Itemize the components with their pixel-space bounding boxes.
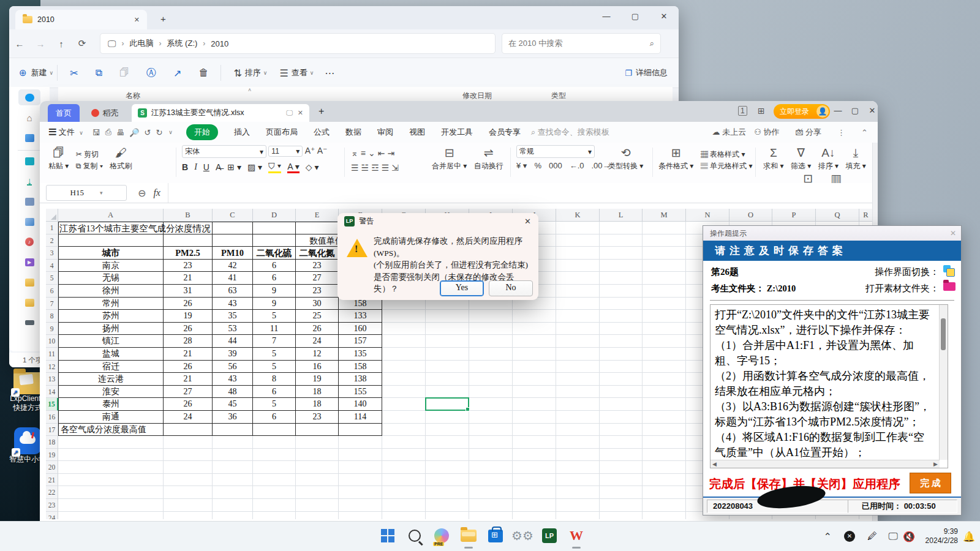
sidebar-item-pictures[interactable] bbox=[18, 214, 40, 230]
sidebar-item-folder2[interactable] bbox=[18, 294, 40, 310]
cell-H23[interactable] bbox=[426, 499, 469, 512]
row-header-19[interactable]: 19 bbox=[46, 449, 58, 462]
more-menu-icon[interactable]: ⋮ bbox=[837, 128, 845, 137]
merge-center-button[interactable]: ⊟合并居中 ▾ bbox=[432, 145, 467, 171]
cell-B16[interactable]: 24 bbox=[164, 411, 213, 424]
cell-D19[interactable] bbox=[253, 449, 296, 462]
cell-A11[interactable]: 盐城 bbox=[58, 348, 164, 361]
sidebar-item-gallery[interactable] bbox=[18, 130, 40, 146]
cell-H19[interactable] bbox=[426, 449, 469, 462]
increase-decimal-icon[interactable]: ←.0 bbox=[570, 161, 584, 170]
menu-file[interactable]: ☰ 文件 ∨ bbox=[48, 127, 83, 138]
increase-indent-icon[interactable]: ⇥ bbox=[387, 148, 397, 158]
single-window-icon[interactable]: 1 bbox=[738, 106, 747, 116]
cell-F19[interactable] bbox=[339, 449, 382, 462]
cell-F18[interactable] bbox=[339, 436, 382, 449]
cell-C3[interactable]: PM10 bbox=[213, 247, 253, 260]
cell-J19[interactable] bbox=[513, 449, 556, 462]
cell-L24[interactable] bbox=[600, 512, 643, 519]
cell-M22[interactable] bbox=[643, 486, 686, 499]
cell-L19[interactable] bbox=[600, 449, 643, 462]
cell-K3[interactable] bbox=[556, 247, 600, 260]
cell-K15[interactable] bbox=[556, 398, 600, 411]
cell-K21[interactable] bbox=[556, 474, 600, 487]
cell-I20[interactable] bbox=[469, 461, 513, 474]
row-header-17[interactable]: 17 bbox=[46, 424, 58, 437]
cell-G15[interactable] bbox=[382, 398, 426, 411]
cell-H10[interactable] bbox=[426, 335, 469, 348]
cell-M19[interactable] bbox=[643, 449, 686, 462]
cell-B20[interactable] bbox=[164, 461, 213, 474]
scrollbar-thumb[interactable] bbox=[941, 318, 946, 350]
details-button[interactable]: ❐ 详细信息 bbox=[625, 67, 668, 78]
login-button[interactable]: 立即登录👤 bbox=[774, 104, 830, 119]
sidebar-item-home[interactable]: ⌂ bbox=[18, 110, 40, 126]
row-header-6[interactable]: 6 bbox=[46, 285, 58, 298]
col-header-R[interactable]: R bbox=[859, 209, 873, 222]
row-header-16[interactable]: 16 bbox=[46, 411, 58, 424]
more-button[interactable]: ⋯ bbox=[325, 67, 334, 79]
cell-I16[interactable] bbox=[469, 411, 513, 424]
cell-E22[interactable] bbox=[296, 486, 339, 499]
breadcrumb-this-pc[interactable]: 此电脑 bbox=[130, 38, 154, 49]
cell-G11[interactable] bbox=[382, 348, 426, 361]
new-tab-button[interactable]: + bbox=[160, 13, 166, 24]
cell-A15[interactable]: 泰州 bbox=[58, 398, 164, 411]
cell-B17[interactable] bbox=[164, 424, 213, 437]
cell-J14[interactable] bbox=[513, 386, 556, 399]
bold-icon[interactable]: B bbox=[182, 162, 188, 172]
cell-A5[interactable]: 无锡 bbox=[58, 272, 164, 285]
cell-M12[interactable] bbox=[643, 361, 686, 373]
taskbar-search-button[interactable] bbox=[405, 527, 424, 545]
cell-H13[interactable] bbox=[426, 373, 469, 386]
cell-E20[interactable] bbox=[296, 461, 339, 474]
share-button[interactable]: 🖄 分享 bbox=[795, 127, 821, 138]
cell-G24[interactable] bbox=[382, 512, 426, 519]
cell-G14[interactable] bbox=[382, 386, 426, 399]
font-name-select[interactable]: 宋体▾ bbox=[182, 145, 266, 158]
cell-I23[interactable] bbox=[469, 499, 513, 512]
cell-B7[interactable]: 26 bbox=[164, 298, 213, 310]
cell-K12[interactable] bbox=[556, 361, 600, 373]
cell-F12[interactable]: 158 bbox=[339, 361, 382, 373]
row-header-21[interactable]: 21 bbox=[46, 474, 58, 487]
cell-H12[interactable] bbox=[426, 361, 469, 373]
copilot-button[interactable]: PRE bbox=[432, 527, 451, 545]
cell-I15[interactable] bbox=[469, 398, 513, 411]
sort-button[interactable]: 排序 bbox=[245, 67, 261, 78]
cell-E17[interactable] bbox=[296, 424, 339, 437]
cell-K11[interactable] bbox=[556, 348, 600, 361]
name-box[interactable]: H15▾ bbox=[46, 185, 127, 201]
draw-border-icon[interactable]: ▨ ▾ bbox=[247, 162, 262, 172]
align-right-icon[interactable]: ☲ bbox=[371, 163, 382, 173]
cell-B15[interactable]: 26 bbox=[164, 398, 213, 411]
cell-H16[interactable] bbox=[426, 411, 469, 424]
dialog-close-icon[interactable]: ✕ bbox=[524, 217, 531, 226]
col-header-E[interactable]: E bbox=[296, 209, 339, 222]
explorer-tab[interactable]: 2010 ✕ bbox=[15, 10, 147, 29]
cell-K5[interactable] bbox=[556, 272, 600, 285]
tray-expand-button[interactable]: ⌃ bbox=[824, 522, 832, 551]
cell-D15[interactable]: 5 bbox=[253, 398, 296, 411]
new-button[interactable]: 新建 bbox=[31, 67, 47, 78]
cell-D24[interactable] bbox=[253, 512, 296, 519]
up-icon[interactable]: ↑ bbox=[51, 39, 72, 49]
cell-style-button[interactable]: ▤ 单元格样式 ▾ bbox=[701, 160, 753, 172]
font-color-icon[interactable]: A ▾ bbox=[287, 162, 299, 173]
cell-C1[interactable] bbox=[213, 222, 253, 234]
cell-E18[interactable] bbox=[296, 436, 339, 449]
cell-L6[interactable] bbox=[600, 285, 643, 298]
cell-I11[interactable] bbox=[469, 348, 513, 361]
cell-M4[interactable] bbox=[643, 260, 686, 272]
sort-button[interactable]: A↓排序 ▾ bbox=[818, 145, 839, 171]
cell-L11[interactable] bbox=[600, 348, 643, 361]
cell-C5[interactable]: 41 bbox=[213, 272, 253, 285]
cell-C6[interactable]: 63 bbox=[213, 285, 253, 298]
pen-input-icon[interactable]: 🖉 bbox=[867, 522, 877, 551]
cell-C12[interactable]: 56 bbox=[213, 361, 253, 373]
cell-D1[interactable] bbox=[253, 222, 296, 234]
export-icon[interactable]: ⎙ bbox=[105, 127, 111, 137]
number-format-select[interactable]: 常规▾ bbox=[516, 145, 595, 158]
cell-D3[interactable]: 二氧化硫 bbox=[253, 247, 296, 260]
cell-B24[interactable] bbox=[164, 512, 213, 519]
